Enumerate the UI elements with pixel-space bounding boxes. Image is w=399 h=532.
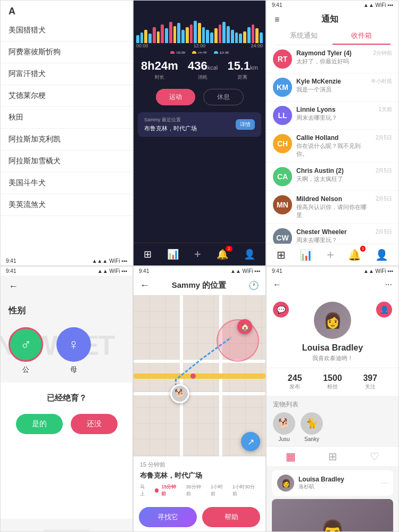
chat-button[interactable]: 💬 [273,302,289,318]
chart-bar [206,30,209,43]
post-more-icon[interactable]: ··· [381,478,388,488]
help-button[interactable]: 帮助 [202,507,260,527]
more-options-icon[interactable]: ··· [385,280,392,289]
chart-bar [194,21,197,43]
timeline-now[interactable]: 马上 [140,484,149,497]
notification-item[interactable]: MN Mildred Nelson 很高兴认识你，请问你在哪里 2月5日 [267,191,398,224]
pet-sanky-avatar: 🐈 [301,412,323,435]
no-button[interactable]: 还没 [71,414,118,434]
alphabet-header: A [1,1,132,20]
breed-item[interactable]: 美国猎猎犬 [1,20,132,41]
notif-message: 很高兴认识你，请问你在哪里 [296,203,371,219]
post-username: Louisa Bradley [298,476,377,483]
notification-item[interactable]: KM Kyle McKenzie 我是一个演员 半小时前 [267,73,398,102]
notif-time: 2月5日 [376,195,392,203]
map-container: 🐕 🏠 ↗ [134,295,265,456]
notification-item[interactable]: RT Raymond Tyler (4) 太好了，你最近好吗 2分钟前 [267,45,398,73]
menu-icon[interactable]: ≡ [275,15,279,24]
chart-bar [173,26,177,43]
nav-home-icon[interactable]: ⊞ [277,248,286,261]
notification-item[interactable]: LL Linnie Lyons 周末去哪里玩？ 1天前 [267,102,398,130]
breed-item[interactable]: 阿费塞彼斯忻狗 [1,41,132,63]
nav-notification-icon[interactable]: 🔔2 [217,248,228,260]
tab-system-notifications[interactable]: 系统通知 [275,28,332,45]
status-time: 9:41 [139,268,149,274]
back-button[interactable]: ← [273,280,281,289]
female-option[interactable]: ♀ 母 [56,327,91,375]
signal-icons: ▲▲▲ WiFi ▪▪▪ [92,258,127,264]
breed-item[interactable]: 阿拉斯加克利凯 [1,129,132,151]
pet-jusu[interactable]: 🐕 Jusu [273,412,295,442]
male-option[interactable]: ♂ 公 [9,327,43,375]
timeline-1hr30[interactable]: 1小时30分前 [232,484,259,497]
yes-button[interactable]: 是的 [16,414,63,434]
chart-bar [222,22,226,43]
nav-profile-icon[interactable]: 👤 [244,248,255,260]
male-icon: ♂ [20,336,31,353]
nav-notification-icon[interactable]: 🔔3 [348,248,361,261]
status-time: 9:41 [272,2,282,8]
nav-add-icon[interactable]: + [194,247,201,261]
chart-bar [243,31,246,43]
tab-inbox[interactable]: 收件箱 [332,28,390,45]
pets-section: 宠物列表 🐕 Jusu 🐈 Sanky [267,396,398,446]
back-button[interactable]: ← [140,280,149,291]
bottom-nav: ⊞ 📊 + 🔔3 👤 [267,244,398,265]
chart-bar [190,24,193,43]
favorites-tab-icon[interactable]: ♡ [370,450,379,463]
notifications-panel: 9:41 ▲▲ WiFi ▪▪▪ ≡ 通知 系统通知 收件箱 RT Raymon… [266,0,399,266]
user-avatar: 👩 [314,302,351,339]
find-pet-button[interactable]: 寻找它 [139,507,197,527]
chart-bar [239,34,242,43]
nav-profile-icon[interactable]: 👤 [375,248,388,261]
nav-stats-icon[interactable]: 📊 [167,248,179,260]
breed-item[interactable]: 美英流煞犬 [1,194,132,216]
notif-avatar: LL [273,106,292,125]
nav-stats-icon[interactable]: 📊 [300,248,313,261]
pet-sanky[interactable]: 🐈 Sanky [301,412,323,442]
active-button[interactable]: 运动 [156,89,195,105]
notif-avatar: MN [273,195,292,214]
new-pet-gender-panel: 9:41 ▲▲ WiFi ▪▪▪ ← NEW PET 性别 ♂ 公 ♀ 母 [0,266,133,532]
breed-item[interactable]: 阿富汗猎犬 [1,63,132,85]
notification-item[interactable]: CA Chris Austin (2) 天啊，这太疯狂了 2月5日 [267,163,398,191]
nav-add-icon[interactable]: + [327,247,334,262]
chart-bar [169,22,172,43]
notification-item[interactable]: CW Chester Wheeler 周末去哪里玩？ 2月5日 [267,224,398,244]
pet-jusu-name: Jusu [278,436,289,442]
map-time-info: 15 分钟前 布鲁克林，时代广场 马上 15分钟前 30分钟前 1小时前 1小时… [134,456,265,503]
chart-bar [252,24,255,43]
pet-marker: 🐕 [170,384,189,403]
chart-bar [202,27,205,43]
post-image: 👨 [272,499,393,531]
chart-bar [161,24,164,43]
breed-item[interactable]: 艾德莱尔梗 [1,85,132,107]
notif-avatar: CH [273,134,292,153]
timeline-1hr[interactable]: 1小时前 [211,484,227,497]
chart-bar [148,34,152,43]
chart-bar [255,28,259,43]
clock-icon[interactable]: 🕐 [248,280,259,290]
male-circle[interactable]: ♂ [9,327,43,362]
gender-section: 性别 ♂ 公 ♀ 母 [1,297,132,383]
timeline-30min[interactable]: 30分钟前 [186,484,205,497]
rest-button[interactable]: 休息 [203,89,244,105]
notification-item[interactable]: CH Callie Holland 你在说什么呢？我不见到你。 2月5日 [267,130,398,163]
sterilized-section: 已经绝育？ 是的 还没 [1,383,132,519]
breed-item[interactable]: 阿拉斯加雪橇犬 [1,151,132,172]
posts-tab-icon[interactable]: ▦ [286,450,296,463]
share-button[interactable]: ↗ [241,432,260,451]
female-circle[interactable]: ♀ [56,327,91,362]
location-detail-button[interactable]: 详情 [236,119,255,130]
sterilized-options: 是的 还没 [9,414,124,434]
breed-item[interactable]: 秋田 [1,107,132,129]
notif-name: Linnie Lyons [296,106,374,113]
grid-tab-icon[interactable]: ⊞ [328,450,337,463]
edit-profile-button[interactable]: 👤 [376,302,392,318]
breed-item[interactable]: 美国斗牛犬 [1,172,132,194]
back-button[interactable]: ← [9,281,18,292]
nav-home-icon[interactable]: ⊞ [144,248,152,260]
timeline-15min[interactable]: 15分钟前 [161,484,180,497]
pets-list: 🐕 Jusu 🐈 Sanky [273,412,392,442]
post-avatar: 👩 [277,475,294,492]
